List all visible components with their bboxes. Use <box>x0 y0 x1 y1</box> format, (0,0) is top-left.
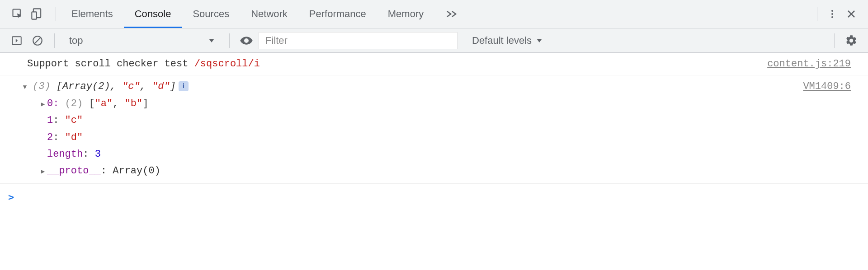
array-length-hint: (2) <box>65 98 83 109</box>
tab-sources[interactable]: Sources <box>182 0 240 28</box>
colon: : <box>53 132 65 143</box>
log-source-link[interactable]: content.js:219 <box>767 56 864 72</box>
bracket: [ <box>83 98 94 109</box>
chevron-double-right-icon <box>445 9 458 19</box>
divider <box>56 7 56 21</box>
colon: : <box>53 115 65 126</box>
close-icon[interactable] <box>843 5 860 23</box>
log-levels-selector[interactable]: Default levels <box>467 35 548 47</box>
tab-memory[interactable]: Memory <box>377 0 434 28</box>
log-entry-expanded: ▼ (3) [Array(2), "c", "d"]i ▶0: (2) ["a"… <box>0 75 868 183</box>
tab-performance[interactable]: Performance <box>298 0 377 28</box>
device-toggle-icon[interactable] <box>28 5 46 23</box>
live-expression-icon[interactable] <box>238 32 255 49</box>
log-source-link[interactable]: VM1409:6 <box>803 78 864 179</box>
comma: , <box>113 98 124 109</box>
array-length-entry[interactable]: length: 3 <box>39 146 803 163</box>
bracket: ] <box>142 98 148 109</box>
colon: : <box>101 165 113 177</box>
string-value: "c" <box>65 115 83 126</box>
levels-label: Default levels <box>472 35 532 47</box>
console-toolbar: top Default levels <box>0 28 868 53</box>
console-prompt[interactable]: > <box>0 184 868 210</box>
divider <box>834 33 835 48</box>
svg-point-5 <box>831 16 833 18</box>
sidebar-toggle-icon[interactable] <box>8 32 25 49</box>
filter-input[interactable] <box>259 32 458 49</box>
clear-console-icon[interactable] <box>29 32 46 49</box>
bracket: [ <box>51 81 62 92</box>
array-length-hint: (3) <box>33 81 51 92</box>
prop-key: 1 <box>47 115 53 126</box>
prop-key: 0: <box>47 98 65 109</box>
prop-key: __proto__ <box>47 165 101 177</box>
expand-toggle-icon[interactable]: ▶ <box>39 99 47 110</box>
divider <box>817 7 817 21</box>
context-selector[interactable]: top <box>63 33 221 49</box>
svg-point-3 <box>831 10 833 12</box>
divider <box>229 33 230 48</box>
log-regex: /sqscroll/i <box>194 58 260 70</box>
settings-gear-icon[interactable] <box>843 32 860 49</box>
array-children: ▶0: (2) ["a", "b"] 1: "c" 2: "d" length:… <box>27 95 803 180</box>
expand-toggle-icon[interactable]: ▼ <box>21 82 29 93</box>
comma: , <box>140 81 152 92</box>
nested-array: Array(2) <box>62 81 110 92</box>
tab-bar-right <box>812 5 864 23</box>
string-value: "c" <box>122 81 140 92</box>
info-badge-icon[interactable]: i <box>179 81 189 91</box>
log-message: ▼ (3) [Array(2), "c", "d"]i ▶0: (2) ["a"… <box>27 78 803 179</box>
array-index-entry[interactable]: ▶0: (2) ["a", "b"] <box>39 95 803 112</box>
string-value: "a" <box>95 98 113 109</box>
inspect-element-icon[interactable] <box>9 5 26 23</box>
tab-network[interactable]: Network <box>240 0 298 28</box>
prop-key: length <box>47 149 83 160</box>
array-index-entry[interactable]: 2: "d" <box>39 129 803 146</box>
console-output: Support scroll checker test /sqscroll/i … <box>0 53 868 270</box>
dropdown-triangle-icon <box>536 37 542 44</box>
string-value: "b" <box>125 98 143 109</box>
tabs-container: Elements Console Sources Network Perform… <box>61 0 469 28</box>
comma: , <box>110 81 122 92</box>
log-text: Support scroll checker test <box>27 58 194 70</box>
bracket: ] <box>170 81 176 92</box>
string-value: "d" <box>65 132 83 143</box>
prop-key: 2 <box>47 132 53 143</box>
tab-elements[interactable]: Elements <box>61 0 124 28</box>
string-value: "d" <box>152 81 170 92</box>
log-message[interactable]: Support scroll checker test /sqscroll/i <box>27 56 767 72</box>
context-label: top <box>69 35 83 47</box>
svg-rect-2 <box>32 12 37 19</box>
tab-overflow[interactable] <box>434 0 469 28</box>
dropdown-triangle-icon <box>208 37 215 44</box>
proto-value: Array(0) <box>113 165 160 177</box>
svg-point-4 <box>831 13 833 15</box>
colon: : <box>83 149 94 160</box>
array-summary-line[interactable]: ▼ (3) [Array(2), "c", "d"]i <box>27 78 803 95</box>
log-entry: Support scroll checker test /sqscroll/i … <box>0 53 868 75</box>
tab-console[interactable]: Console <box>124 0 182 28</box>
array-proto-entry[interactable]: ▶__proto__: Array(0) <box>39 163 803 179</box>
menu-icon[interactable] <box>824 5 841 23</box>
prompt-chevron-icon: > <box>8 189 14 205</box>
divider <box>54 33 55 48</box>
number-value: 3 <box>95 149 101 160</box>
array-index-entry[interactable]: 1: "c" <box>39 112 803 129</box>
devtools-tab-bar: Elements Console Sources Network Perform… <box>0 0 868 28</box>
tab-bar-left-icons <box>4 5 51 23</box>
expand-toggle-icon[interactable]: ▶ <box>39 167 47 177</box>
